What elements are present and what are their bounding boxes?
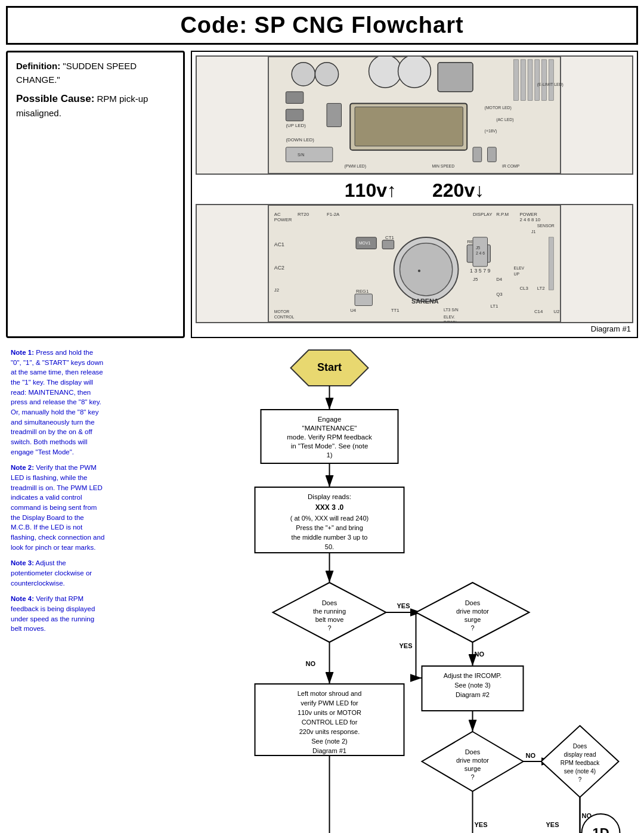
svg-text:(PWM LED): (PWM LED)	[344, 164, 366, 169]
svg-point-1	[292, 63, 315, 86]
page-wrapper: Code: SP CNG Flowchart Definition: "SUDD…	[0, 0, 644, 833]
svg-rect-13	[355, 107, 463, 146]
cause-label: Possible Cause:	[16, 93, 94, 104]
svg-text:ELEV: ELEV	[514, 266, 525, 270]
svg-text:●: ●	[417, 267, 421, 274]
svg-rect-6	[514, 60, 519, 101]
svg-text:Q3: Q3	[496, 292, 503, 297]
svg-text:CONTROL: CONTROL	[274, 315, 295, 319]
voltage-220: 220v↓	[432, 179, 484, 202]
definition-box: Definition: "SUDDEN SPEED CHANGE." Possi…	[6, 51, 185, 338]
voltage-110: 110v↑	[345, 179, 397, 202]
svg-text:Does: Does	[465, 748, 481, 755]
svg-text:LT2: LT2	[537, 286, 545, 291]
svg-text:(DOWN LED): (DOWN LED)	[286, 137, 314, 143]
svg-text:XXX  3 .0: XXX 3 .0	[315, 503, 344, 512]
svg-text:CT1: CT1	[385, 235, 394, 240]
svg-text:IR COMP: IR COMP	[502, 164, 520, 168]
svg-text:in "Test Mode". See (note: in "Test Mode". See (note	[291, 442, 369, 450]
v220-text: 220v	[432, 179, 475, 201]
note-1-label: Note 1:	[11, 349, 34, 356]
svg-text:NO: NO	[475, 651, 485, 658]
svg-rect-8	[528, 60, 532, 101]
flowchart-column: Start Engage "MAINTENANCE" mode. Verify …	[110, 344, 638, 833]
svg-text:RT20: RT20	[298, 212, 309, 217]
svg-text:(+18V): (+18V)	[485, 129, 497, 134]
voltage-row: 110v↑ 220v↓	[196, 177, 633, 204]
svg-text:SENSOR: SENSOR	[537, 224, 555, 228]
svg-text:Diagram #1: Diagram #1	[312, 747, 346, 754]
svg-rect-7	[521, 60, 525, 101]
svg-text:U2: U2	[553, 309, 559, 314]
pcb-diagram: (UP LED) (DOWN LED) (MOTOR LED) (AC LED)…	[196, 55, 633, 333]
svg-text:(MOTOR LED): (MOTOR LED)	[485, 106, 512, 110]
svg-text:F1-2A: F1-2A	[327, 212, 340, 217]
svg-rect-10	[542, 60, 547, 101]
svg-text:( at 0%, XXX will read 240): ( at 0%, XXX will read 240)	[290, 515, 369, 522]
svg-rect-51	[382, 240, 394, 249]
svg-text:Does: Does	[322, 599, 338, 606]
svg-text:MOTOR: MOTOR	[274, 309, 289, 314]
svg-rect-54	[355, 294, 372, 306]
svg-text:J5: J5	[473, 277, 478, 282]
top-section: Definition: "SUDDEN SPEED CHANGE." Possi…	[6, 51, 638, 338]
svg-text:Diagram #2: Diagram #2	[456, 691, 490, 698]
svg-point-43	[400, 243, 453, 296]
svg-text:MIN SPEED: MIN SPEED	[432, 164, 454, 168]
svg-text:display read: display read	[564, 751, 596, 758]
svg-text:(AC LED): (AC LED)	[496, 117, 513, 122]
svg-text:"MAINTENANCE": "MAINTENANCE"	[302, 425, 357, 432]
svg-text:Engage: Engage	[318, 416, 342, 423]
svg-text:CONTROL  LED for: CONTROL LED for	[302, 719, 358, 726]
svg-text:2 4 6 8 10: 2 4 6 8 10	[519, 217, 540, 222]
note-1: Note 1: Press and hold the "0", "1", & "…	[11, 348, 106, 457]
note-2-text: Verify that the PWM LED is flashing, whi…	[11, 464, 104, 550]
svg-point-3	[369, 57, 402, 88]
svg-text:?: ?	[470, 624, 474, 631]
svg-text:C14: C14	[534, 309, 543, 314]
svg-rect-21	[286, 109, 303, 121]
pcb-top: (UP LED) (DOWN LED) (MOTOR LED) (AC LED)…	[196, 55, 633, 175]
notes-column: Note 1: Press and hold the "0", "1", & "…	[6, 344, 110, 833]
note-4-label: Note 4:	[11, 595, 34, 602]
svg-text:NO: NO	[306, 660, 316, 667]
svg-rect-11	[549, 60, 553, 101]
svg-text:surge: surge	[465, 616, 481, 623]
svg-text:surge: surge	[465, 765, 481, 772]
svg-text:POWER: POWER	[274, 217, 292, 222]
svg-rect-29	[488, 147, 497, 162]
svg-text:see (note 4): see (note 4)	[564, 768, 596, 775]
svg-text:LT1: LT1	[490, 304, 498, 309]
diagram-area: (UP LED) (DOWN LED) (MOTOR LED) (AC LED)…	[191, 51, 638, 338]
note-2: Note 2: Verify that the PWM LED is flash…	[11, 463, 106, 552]
svg-text:D4: D4	[496, 277, 503, 282]
cause-line: Possible Cause: RPM pick-up misaligned.	[16, 91, 175, 120]
svg-text:220v units response.: 220v units response.	[299, 728, 360, 735]
note-2-label: Note 2:	[11, 464, 34, 471]
svg-text:DISPLAY: DISPLAY	[473, 212, 493, 217]
svg-text:verify PWM LED for: verify PWM LED for	[301, 699, 358, 707]
svg-rect-9	[535, 60, 540, 101]
svg-text:REG1: REG1	[356, 289, 369, 294]
svg-text:(UP LED): (UP LED)	[286, 123, 306, 128]
note-3-label: Note 3:	[11, 559, 34, 566]
svg-rect-20	[286, 92, 303, 104]
svg-text:Adjust the IRCOMP.: Adjust the IRCOMP.	[444, 672, 502, 679]
svg-text:1): 1)	[326, 451, 332, 459]
title-box: Code: SP CNG Flowchart	[6, 6, 638, 45]
arrow-up-icon: ↑	[387, 179, 397, 201]
svg-text:MOV1: MOV1	[359, 241, 371, 245]
svg-text:POWER: POWER	[519, 212, 537, 217]
svg-point-4	[398, 57, 431, 88]
svg-text:J2: J2	[274, 287, 279, 293]
svg-text:110v units or MOTOR: 110v units or MOTOR	[298, 709, 361, 716]
svg-text:mode. Verify RPM feedback: mode. Verify RPM feedback	[287, 433, 372, 441]
note-3: Note 3: Adjust the potentiometer clockwi…	[11, 558, 106, 588]
svg-text:J1: J1	[531, 230, 535, 234]
svg-text:YES: YES	[475, 821, 488, 828]
svg-rect-74	[549, 237, 553, 290]
svg-text:NO: NO	[526, 752, 536, 759]
svg-text:LT3 S/N: LT3 S/N	[444, 308, 459, 312]
svg-text:?: ?	[327, 624, 331, 631]
note-1-text: Press and hold the "0", "1", & "START" k…	[11, 349, 103, 456]
